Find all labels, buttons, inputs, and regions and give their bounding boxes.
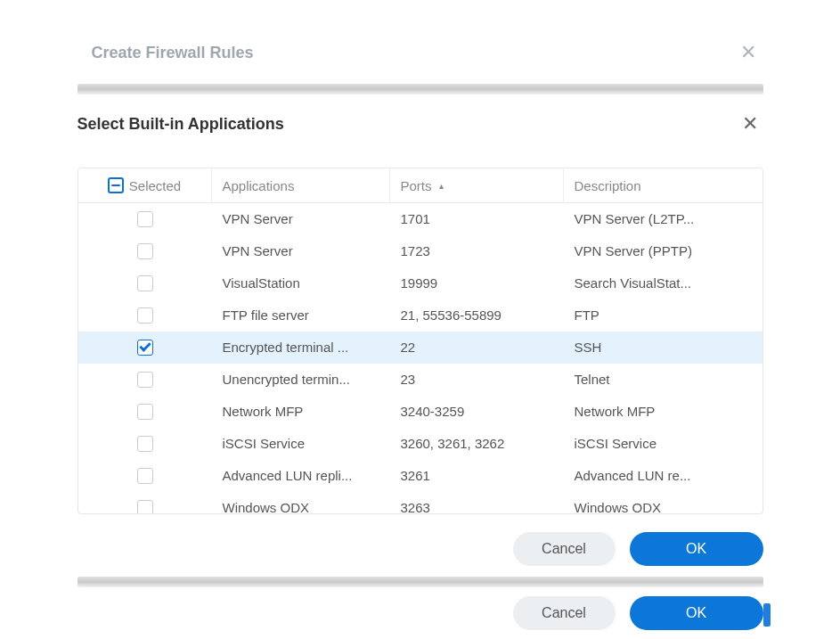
table-row[interactable]: VPN Server1723VPN Server (PPTP) (78, 235, 763, 267)
cell-description: Windows ODX (564, 495, 763, 513)
column-header-label: Ports (401, 178, 432, 193)
cell-ports: 3260, 3261, 3262 (390, 430, 564, 456)
create-firewall-rules-dialog: Create Firewall Rules ✕ Select Built-in … (77, 0, 763, 630)
cell-application: VPN Server (212, 206, 390, 232)
cell-application: VPN Server (212, 238, 390, 264)
cell-ports: 1723 (390, 238, 564, 264)
table-row[interactable]: Windows ODX3263Windows ODX (78, 492, 763, 513)
row-checkbox[interactable] (137, 243, 153, 259)
cell-selected (78, 430, 212, 457)
column-header-label: Description (575, 178, 641, 193)
ok-button[interactable]: OK (630, 532, 763, 566)
cell-selected (78, 366, 212, 393)
cell-description: Network MFP (564, 398, 763, 424)
inner-dialog-title: Select Built-in Applications (77, 115, 284, 134)
select-builtin-applications-dialog: Select Built-in Applications ✕ Selected … (77, 105, 763, 582)
table-row[interactable]: iSCSI Service3260, 3261, 3262iSCSI Servi… (78, 428, 763, 460)
cancel-button[interactable]: Cancel (513, 532, 616, 566)
table-row[interactable]: VPN Server1701VPN Server (L2TP... (78, 203, 763, 235)
table-row[interactable]: Advanced LUN repli...3261Advanced LUN re… (78, 460, 763, 492)
cell-application: iSCSI Service (212, 430, 390, 456)
ok-button[interactable]: OK (630, 596, 763, 630)
cell-selected (78, 398, 212, 425)
cell-application: Unencrypted termin... (212, 366, 390, 392)
accent-bar (763, 603, 771, 627)
table-row[interactable]: FTP file server21, 55536-55899FTP (78, 299, 763, 332)
cell-description: FTP (564, 302, 763, 328)
column-header-ports[interactable]: Ports ▴ (390, 168, 564, 202)
row-checkbox[interactable] (137, 211, 153, 227)
outer-dialog-footer: Cancel OK (77, 586, 763, 630)
cancel-button[interactable]: Cancel (513, 596, 616, 630)
cell-description: VPN Server (PPTP) (564, 238, 763, 264)
cell-ports: 21, 55536-55899 (390, 302, 564, 328)
cell-application: FTP file server (212, 302, 390, 328)
cell-description: VPN Server (L2TP... (564, 206, 763, 232)
close-icon[interactable]: ✕ (737, 111, 763, 137)
cell-selected (78, 463, 212, 489)
table-row[interactable]: Unencrypted termin...23Telnet (78, 364, 763, 396)
close-icon[interactable]: ✕ (733, 37, 763, 68)
cell-selected (78, 302, 212, 329)
cell-ports: 3263 (390, 495, 564, 513)
outer-dialog-header: Create Firewall Rules ✕ (77, 27, 763, 84)
sort-asc-icon: ▴ (439, 181, 444, 191)
outer-dialog-title: Create Firewall Rules (92, 44, 254, 62)
row-checkbox[interactable] (137, 404, 153, 420)
cell-selected (78, 206, 212, 233)
inner-dialog-footer: Cancel OK (77, 514, 763, 582)
table-row[interactable]: Network MFP3240-3259Network MFP (78, 396, 763, 428)
cell-selected (78, 495, 212, 514)
cell-selected (78, 270, 212, 297)
cell-application: Encrypted terminal ... (212, 334, 390, 360)
header-checkbox-indeterminate[interactable] (108, 177, 124, 193)
row-checkbox[interactable] (137, 340, 153, 356)
row-checkbox[interactable] (137, 275, 153, 291)
column-header-applications[interactable]: Applications (212, 168, 390, 202)
row-checkbox[interactable] (137, 468, 153, 484)
cell-ports: 19999 (390, 270, 564, 296)
cell-application: Windows ODX (212, 495, 390, 513)
cell-application: VisualStation (212, 270, 390, 296)
row-checkbox[interactable] (137, 500, 153, 514)
cell-ports: 1701 (390, 206, 564, 232)
cell-selected (78, 238, 212, 265)
cell-application: Network MFP (212, 398, 390, 424)
table-row[interactable]: Encrypted terminal ...22SSH (78, 332, 763, 364)
column-header-label: Applications (223, 178, 295, 193)
column-header-description[interactable]: Description (564, 168, 763, 202)
inner-dialog-header: Select Built-in Applications ✕ (77, 105, 763, 146)
cell-description: SSH (564, 334, 763, 360)
table-header: Selected Applications Ports ▴ Descriptio… (78, 168, 763, 203)
table-body[interactable]: VPN Server1701VPN Server (L2TP...VPN Ser… (78, 203, 763, 513)
check-icon (139, 340, 151, 351)
cell-ports: 22 (390, 334, 564, 360)
cell-ports: 23 (390, 366, 564, 392)
cell-selected (78, 334, 212, 361)
applications-table: Selected Applications Ports ▴ Descriptio… (77, 168, 763, 514)
column-header-selected[interactable]: Selected (78, 168, 212, 202)
table-row[interactable]: VisualStation19999Search VisualStat... (78, 267, 763, 299)
cell-ports: 3240-3259 (390, 398, 564, 424)
cell-description: iSCSI Service (564, 430, 763, 456)
divider (77, 84, 763, 94)
row-checkbox[interactable] (137, 372, 153, 388)
cell-description: Advanced LUN re... (564, 463, 763, 488)
row-checkbox[interactable] (137, 436, 153, 452)
cell-description: Telnet (564, 366, 763, 392)
cell-application: Advanced LUN repli... (212, 463, 390, 488)
cell-description: Search VisualStat... (564, 270, 763, 296)
row-checkbox[interactable] (137, 307, 153, 324)
column-header-label: Selected (129, 178, 181, 193)
cell-ports: 3261 (390, 463, 564, 488)
